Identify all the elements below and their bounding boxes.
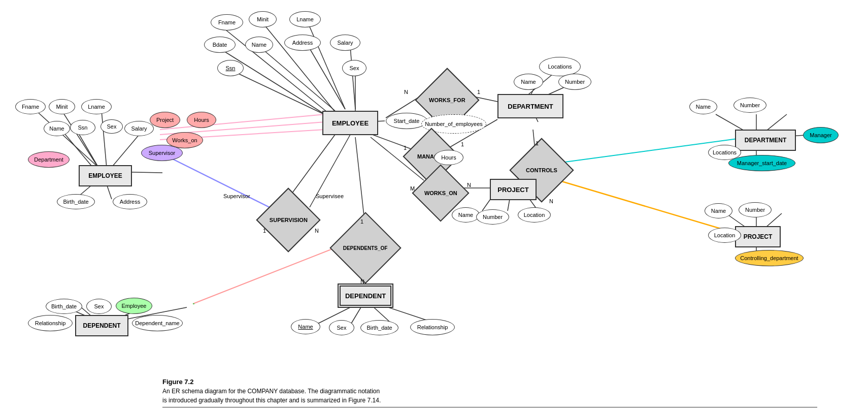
attr-number-project: Number <box>476 209 509 225</box>
attr-birth-date-dep-left: Birth_date <box>46 299 82 314</box>
attr-birth-date-left: Birth_date <box>57 194 95 209</box>
card-dependents-1: 1 <box>360 218 363 225</box>
entity-department-main: DEPARTMENT <box>497 94 563 118</box>
attr-name-left: Name <box>44 121 70 136</box>
attr-number-dept-right: Number <box>733 98 766 113</box>
attr-start-date: Start_date <box>386 113 427 129</box>
figure-caption: Figure 7.2 An ER schema diagram for the … <box>162 377 381 405</box>
attr-manager-start-right: Manager_start_date <box>728 155 795 171</box>
attr-lname-left: Lname <box>81 99 112 114</box>
svg-line-36 <box>102 111 107 168</box>
entity-project-main: PROJECT <box>490 179 537 200</box>
card-works-on-m: M <box>410 185 415 192</box>
svg-line-6 <box>350 47 355 109</box>
svg-line-57 <box>160 114 325 130</box>
svg-line-5 <box>309 47 345 109</box>
attr-department-left: Department <box>28 151 70 168</box>
svg-line-7 <box>231 70 327 116</box>
attr-salary-left: Salary <box>124 121 154 136</box>
attr-sex-dependent: Sex <box>329 320 354 335</box>
card-works-for-n: N <box>404 89 408 95</box>
entity-employee-main: EMPLOYEE <box>322 111 378 135</box>
attr-project-left: Project <box>150 112 180 128</box>
caption-divider <box>162 407 817 407</box>
entity-project-right: PROJECT <box>735 226 781 247</box>
attr-fname-top: Fname <box>211 14 243 30</box>
entity-employee-left: EMPLOYEE <box>79 165 132 186</box>
attr-dependent-name-dep-left: Dependent_name <box>132 315 183 331</box>
label-supervisee: Supervisee <box>316 193 344 199</box>
attr-number-proj-right: Number <box>739 202 772 217</box>
attr-works-on-left: Works_on <box>166 132 203 148</box>
attr-sex-dep-left: Sex <box>86 299 112 314</box>
attr-number-dept: Number <box>558 74 591 90</box>
attr-minit-left: Minit <box>49 99 75 114</box>
card-manages-1b: 1 <box>461 141 464 147</box>
card-supervision-n: N <box>315 228 319 234</box>
card-manages-1a: 1 <box>404 145 407 151</box>
attr-name-dept-right: Name <box>689 99 717 114</box>
attr-hours-left: Hours <box>187 112 216 128</box>
attr-name-dept: Name <box>514 74 543 90</box>
attr-name-dependent: Name <box>291 319 320 334</box>
er-diagram: EMPLOYEE Fname Minit Lname Bdate Name Ad… <box>0 0 868 410</box>
svg-line-61 <box>193 244 345 304</box>
attr-birth-date-dependent: Birth_date <box>360 320 398 335</box>
entity-dependent-main: DEPENDENT <box>338 283 393 308</box>
attr-address-left: Address <box>113 194 147 209</box>
attr-salary-top: Salary <box>330 35 360 51</box>
svg-line-39 <box>109 131 142 170</box>
attr-address-top: Address <box>284 35 321 51</box>
attr-name-top: Name <box>245 37 273 53</box>
attr-location-project: Location <box>518 207 551 223</box>
attr-fname-left: Fname <box>15 99 46 114</box>
attr-name-proj-right: Name <box>705 203 732 218</box>
attr-sex-left: Sex <box>101 119 123 134</box>
attr-name-project: Name <box>452 207 480 223</box>
attr-sex-top: Sex <box>342 60 366 76</box>
attr-ssn-top: Ssn <box>217 60 244 76</box>
card-works-on-n: N <box>467 182 471 188</box>
attr-bdate-top: Bdate <box>204 37 236 53</box>
card-works-for-1: 1 <box>477 89 480 95</box>
entity-dependent-left: DEPENDENT <box>75 315 128 336</box>
card-controls-n: N <box>549 198 553 204</box>
svg-line-60 <box>157 151 282 213</box>
card-supervision-1: 1 <box>263 228 266 234</box>
attr-controlling-dept-right: Controlling_department <box>735 250 804 266</box>
label-supervisor: Supervisor <box>223 193 250 199</box>
attr-relationship-dependent: Relationship <box>410 319 455 335</box>
attr-relationship-dep-left: Relationship <box>28 315 73 331</box>
attr-location-proj-right: Location <box>708 228 741 243</box>
svg-line-3 <box>219 48 325 114</box>
entity-department-right: DEPARTMENT <box>735 130 796 151</box>
attr-ssn-left: Ssn <box>70 120 95 135</box>
card-controls-1: 1 <box>536 140 539 146</box>
attr-minit-top: Minit <box>249 11 277 27</box>
attr-manager-right: Manager <box>803 127 839 143</box>
attr-lname-top: Lname <box>289 11 321 27</box>
attr-hours-works-on: Hours <box>434 150 463 165</box>
attr-employee-dep-left: Employee <box>116 298 152 314</box>
svg-line-4 <box>261 48 335 111</box>
